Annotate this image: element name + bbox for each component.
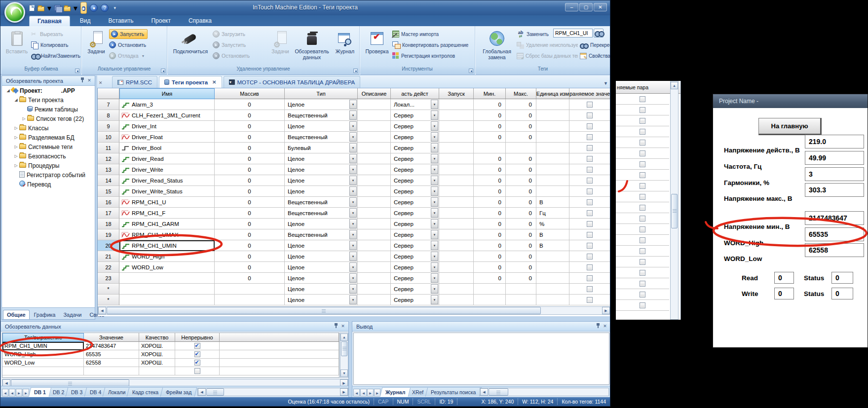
row-number[interactable]: 17 <box>98 208 119 219</box>
tag-name-cell[interactable]: RPM_CH1_U <box>119 197 215 208</box>
startup-cell[interactable] <box>439 197 474 208</box>
type-cell[interactable]: Целое▼ <box>285 273 358 284</box>
explorer-tab-Графика[interactable]: Графика <box>31 310 59 319</box>
ribbon-item-Сброс базы данных тегов[interactable]: Сброс базы данных тегов <box>517 51 578 61</box>
startup-cell[interactable] <box>439 208 474 219</box>
tag-search-button[interactable] <box>594 29 604 37</box>
watch-value-cell[interactable]: 2147483647 <box>84 342 139 350</box>
runtime-status-value-box[interactable]: 0 <box>831 288 853 299</box>
watch-column-Качество[interactable]: Качество <box>139 333 175 342</box>
dialog-launcher-icon[interactable] <box>161 69 165 73</box>
min-cell[interactable]: 0 <box>474 262 506 273</box>
ribbon-tab-Справка[interactable]: Справка <box>181 16 220 26</box>
scroll-right-icon[interactable]: ▶ <box>340 388 348 396</box>
watch-tag-cell[interactable]: WORD_High <box>2 350 84 359</box>
pin-icon[interactable] <box>333 323 340 330</box>
startup-cell[interactable] <box>439 153 474 164</box>
min-cell[interactable]: 0 <box>474 132 506 143</box>
watch-quality-cell[interactable]: ХОРОШ. <box>139 350 175 359</box>
retentive-checkbox[interactable] <box>587 254 593 260</box>
scope-cell[interactable]: Сервер▼ <box>391 197 439 208</box>
watch-quality-cell[interactable] <box>139 367 175 375</box>
unit-cell[interactable] <box>536 284 569 295</box>
tree-expander-icon[interactable]: ▷ <box>14 154 18 158</box>
max-cell[interactable]: 0 <box>506 208 536 219</box>
retentive-param-checkbox[interactable] <box>640 172 645 178</box>
ribbon-item-Удаление неиспользуемых тегов[interactable]: Удаление неиспользуемых тегов <box>517 40 578 50</box>
scope-cell[interactable]: Сервер▼ <box>391 229 439 240</box>
retentive-param-checkbox[interactable] <box>640 194 645 200</box>
tree-item-Безопасность[interactable]: ▷Безопасность <box>2 151 95 161</box>
retentive-value-cell[interactable] <box>569 240 610 251</box>
ribbon-item-Отладка[interactable]: ▶Отладка▼ <box>109 51 145 61</box>
ribbon-big-Глобальная замена[interactable]: Глобальная замена <box>478 28 516 65</box>
scope-cell[interactable]: Локал...▼ <box>391 99 439 110</box>
runtime-value-box[interactable]: 65535 <box>805 227 864 241</box>
startup-cell[interactable] <box>439 251 474 262</box>
max-cell[interactable]: 0 <box>506 240 536 251</box>
retentive-value-cell[interactable] <box>569 295 610 305</box>
retentive-checkbox[interactable] <box>587 102 593 108</box>
ribbon-item-Конвертировать разрешение[interactable]: Конвертировать разрешение <box>392 40 468 50</box>
maximize-button[interactable]: ▢ <box>579 3 593 11</box>
tree-item-Классы[interactable]: ▷Классы <box>2 123 95 133</box>
startup-cell[interactable] <box>439 219 474 229</box>
unit-cell[interactable] <box>536 121 569 132</box>
tag-name-cell[interactable]: CLH_Fezer1_3M1_Current <box>119 110 215 121</box>
unit-cell[interactable] <box>536 251 569 262</box>
unit-cell[interactable] <box>536 143 569 153</box>
retentive-checkbox[interactable] <box>587 210 593 216</box>
tag-name-cell[interactable]: Driver_Read_Status <box>119 175 215 186</box>
retentive-value-cell[interactable] <box>569 110 610 121</box>
type-cell[interactable]: Вещественный▼ <box>285 229 358 240</box>
output-tabs-scrollbar[interactable]: ◀ <box>480 388 609 396</box>
description-cell[interactable] <box>358 153 391 164</box>
description-cell[interactable] <box>358 197 391 208</box>
retentive-param-checkbox[interactable] <box>640 248 645 254</box>
row-number[interactable]: 13 <box>98 164 119 175</box>
output-tab-Результаты поиска[interactable]: Результаты поиска <box>425 387 481 397</box>
doc-tab-MOTCP - ОСНОВНАЯ ТАБЛИЦА ДРАЙВЕРА[interactable]: ▼MOTCP - ОСНОВНАЯ ТАБЛИЦА ДРАЙВЕРА <box>224 76 361 88</box>
scope-dropdown-icon[interactable]: ▼ <box>431 284 438 294</box>
scope-cell[interactable]: Сервер▼ <box>391 153 439 164</box>
column-header-Описание[interactable]: Описание <box>358 88 391 99</box>
min-cell[interactable]: 0 <box>474 110 506 121</box>
unit-cell[interactable] <box>536 175 569 186</box>
ribbon-item-Найти/Заменить[interactable]: Найти/Заменить <box>31 51 80 61</box>
type-cell[interactable]: Целое▼ <box>285 295 358 305</box>
max-cell[interactable]: 0 <box>506 110 536 121</box>
max-cell[interactable]: 0 <box>506 175 536 186</box>
ribbon-big-Задачи[interactable]: Задачи <box>269 28 292 65</box>
ribbon-item-Запустить[interactable]: ▶Запустить <box>213 40 246 50</box>
startup-cell[interactable] <box>439 284 474 295</box>
unit-cell[interactable] <box>536 153 569 164</box>
unit-cell[interactable] <box>536 110 569 121</box>
retentive-param-checkbox[interactable] <box>640 205 645 211</box>
type-dropdown-icon[interactable]: ▼ <box>349 165 357 174</box>
scroll-left-icon[interactable]: ◀ <box>198 388 206 396</box>
startup-cell[interactable] <box>439 240 474 251</box>
column-header-Единица изм[interactable]: Единица изм <box>536 88 569 99</box>
retentive-value-cell[interactable] <box>569 175 610 186</box>
runtime-value-box[interactable]: 303.3 <box>805 183 864 197</box>
tree-item-Проект:[interactable]: ◢Проект:.APP <box>2 86 95 95</box>
min-cell[interactable]: 0 <box>474 229 506 240</box>
type-cell[interactable]: Вещественный▼ <box>285 208 358 219</box>
tag-name-cell[interactable]: Driver_Float <box>119 132 215 143</box>
unit-cell[interactable] <box>536 164 569 175</box>
watch-value-cell[interactable] <box>84 367 139 375</box>
home-button[interactable]: На главную <box>758 118 822 135</box>
ribbon-item-Остановить[interactable]: ■Остановить <box>213 51 250 61</box>
watch-tag-cell[interactable]: WORD_Low <box>2 359 84 367</box>
description-cell[interactable] <box>358 262 391 273</box>
ribbon-item-Копировать[interactable]: Копировать <box>31 40 69 50</box>
retentive-checkbox[interactable] <box>587 221 593 227</box>
tag-name-cell[interactable] <box>119 295 215 305</box>
retentive-param-checkbox[interactable] <box>640 107 645 113</box>
scroll-right-icon[interactable]: ▶ <box>602 307 610 314</box>
tag-search-input[interactable] <box>553 29 593 37</box>
min-cell[interactable]: 0 <box>474 186 506 197</box>
scope-cell[interactable]: Сервер▼ <box>391 208 439 219</box>
ribbon-tab-Вставить[interactable]: Вставить <box>101 16 142 26</box>
retentive-checkbox[interactable] <box>587 264 593 270</box>
